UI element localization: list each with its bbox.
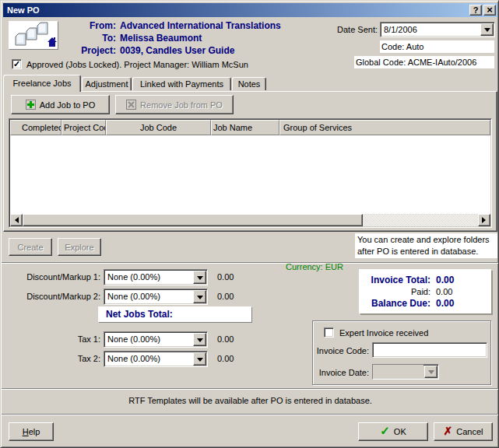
cancel-button-label: Cancel bbox=[456, 427, 483, 436]
help-titlebar-button[interactable]: ? bbox=[469, 5, 482, 16]
to-value: Melissa Beaumont bbox=[120, 32, 202, 44]
project-row: Project: 0039, Candles User Guide bbox=[63, 44, 281, 57]
tax-2-value: None (0.00%) bbox=[104, 352, 192, 366]
column-header-completed[interactable]: Completed bbox=[10, 120, 61, 135]
help-button[interactable]: Help bbox=[9, 422, 54, 441]
add-job-button-label: Add Job to PO bbox=[40, 100, 96, 110]
plus-icon bbox=[26, 100, 36, 110]
scroll-right-button[interactable] bbox=[478, 214, 490, 226]
separator-line-rtf-bottom bbox=[2, 414, 498, 415]
jobs-table-body[interactable] bbox=[10, 135, 490, 214]
tab-adjustment[interactable]: Adjustment bbox=[82, 77, 132, 90]
column-header-job-name[interactable]: Job Name bbox=[211, 120, 279, 135]
add-job-button[interactable]: Add Job to PO bbox=[11, 95, 110, 114]
paid-label: Paid: bbox=[359, 286, 430, 298]
discount-markup-2-dropdown-button[interactable] bbox=[193, 290, 206, 303]
tax-2-label: Tax 2: bbox=[1, 354, 100, 363]
balance-due-label: Balance Due: bbox=[359, 298, 430, 310]
remove-x-icon bbox=[126, 100, 136, 110]
jobs-table: Completed Project Code Job Code Job Name… bbox=[9, 118, 492, 228]
chevron-down-icon bbox=[484, 28, 490, 35]
tax-1-dropdown-button[interactable] bbox=[193, 333, 206, 346]
date-sent-value: 8/1/2006 bbox=[381, 23, 480, 37]
expert-invoice-group: Expert Invoice received Invoice Code: In… bbox=[312, 320, 491, 385]
tab-linked-with-payments-label: Linked with Payments bbox=[140, 79, 223, 89]
folders-note: You can create and explore folders after… bbox=[355, 233, 497, 258]
discount-markup-1-amount: 0.00 bbox=[217, 272, 234, 282]
from-value: Advanced International Translations bbox=[120, 19, 281, 32]
balance-due-value: 0.00 bbox=[436, 298, 454, 310]
chevron-down-icon bbox=[428, 370, 434, 377]
date-sent-label: Date Sent: bbox=[315, 25, 378, 34]
discount-markup-2-combobox[interactable]: None (0.00%) bbox=[104, 289, 208, 305]
po-documents-icon bbox=[9, 21, 58, 50]
project-label: Project: bbox=[63, 44, 116, 57]
invoice-date-combobox[interactable] bbox=[372, 364, 439, 380]
invoice-date-label: Invoice Date: bbox=[315, 368, 369, 377]
from-row: From: Advanced International Translation… bbox=[63, 19, 281, 32]
chevron-down-icon bbox=[197, 276, 203, 283]
checkmark-icon: ✓ bbox=[13, 60, 20, 68]
tax-1-label: Tax 1: bbox=[1, 334, 100, 344]
scrollbar-thumb[interactable] bbox=[23, 214, 363, 226]
cancel-button[interactable]: ✗ Cancel bbox=[434, 422, 493, 441]
balance-due-row: Balance Due: 0.00 bbox=[359, 298, 491, 310]
chevron-down-icon bbox=[197, 296, 203, 303]
invoice-date-dropdown-button[interactable] bbox=[424, 366, 438, 378]
explore-folder-button-label: Explore bbox=[65, 243, 93, 252]
column-header-project-code[interactable]: Project Code bbox=[61, 120, 106, 135]
global-code-box: Global Code: ACME-IAuto/2006 bbox=[354, 56, 494, 68]
expert-invoice-checkbox-label: Expert Invoice received bbox=[339, 328, 428, 338]
help-button-label: Help bbox=[23, 427, 40, 436]
ok-button[interactable]: ✓ OK bbox=[358, 422, 428, 441]
expert-invoice-checkbox-row: Expert Invoice received bbox=[324, 327, 428, 338]
scroll-right-icon bbox=[482, 217, 489, 223]
tax-2-dropdown-button[interactable] bbox=[193, 352, 206, 366]
chevron-down-icon bbox=[197, 358, 203, 365]
new-po-dialog: New PO ? × From: Advanced Inter bbox=[0, 0, 499, 448]
column-header-group-of-services[interactable]: Group of Services bbox=[279, 120, 490, 135]
x-icon: ✗ bbox=[444, 425, 453, 437]
approved-row: ✓ Approved (Jobs Locked). Project Manage… bbox=[12, 59, 248, 69]
invoice-code-input[interactable] bbox=[372, 342, 487, 358]
close-button[interactable]: × bbox=[483, 5, 496, 16]
scroll-left-button[interactable] bbox=[10, 214, 23, 226]
invoice-total-label: Invoice Total: bbox=[359, 275, 430, 286]
approved-label: Approved (Jobs Locked). Project Manager:… bbox=[26, 60, 248, 69]
date-sent-dropdown-button[interactable] bbox=[480, 23, 494, 36]
tab-notes[interactable]: Notes bbox=[232, 77, 266, 90]
discount-markup-2-amount: 0.00 bbox=[217, 292, 234, 301]
expert-invoice-checkbox[interactable] bbox=[324, 327, 334, 338]
discount-markup-2-value: None (0.00%) bbox=[104, 289, 192, 304]
discount-markup-1-dropdown-button[interactable] bbox=[193, 271, 206, 284]
tab-linked-with-payments[interactable]: Linked with Payments bbox=[132, 77, 231, 90]
tax-2-amount: 0.00 bbox=[217, 354, 234, 363]
remove-job-button[interactable]: Remove Job from PO bbox=[115, 95, 234, 114]
invoice-date-value bbox=[373, 365, 423, 379]
date-sent-combobox[interactable]: 8/1/2006 bbox=[380, 22, 495, 37]
to-label: To: bbox=[63, 32, 116, 44]
tax-1-amount: 0.00 bbox=[217, 334, 234, 344]
scrollbar-track[interactable] bbox=[23, 214, 478, 226]
scroll-left-icon bbox=[12, 217, 19, 223]
jobs-table-hscrollbar[interactable] bbox=[10, 214, 490, 226]
approved-checkbox[interactable]: ✓ bbox=[12, 59, 22, 69]
question-icon: ? bbox=[473, 6, 479, 15]
net-jobs-total-box: Net Jobs Total: bbox=[98, 306, 251, 322]
tax-1-combobox[interactable]: None (0.00%) bbox=[104, 331, 208, 348]
close-icon: × bbox=[487, 5, 493, 15]
rtf-templates-note: RTF Templates will be available after PO… bbox=[1, 396, 499, 405]
po-header-block: From: Advanced International Translation… bbox=[63, 19, 281, 57]
create-folder-button-label: Create bbox=[17, 243, 43, 252]
ok-button-label: OK bbox=[394, 427, 406, 436]
tax-2-combobox[interactable]: None (0.00%) bbox=[104, 351, 208, 367]
discount-markup-1-combobox[interactable]: None (0.00%) bbox=[104, 269, 208, 285]
project-value: 0039, Candles User Guide bbox=[120, 44, 234, 57]
discount-markup-1-value: None (0.00%) bbox=[104, 270, 192, 285]
title-bar[interactable]: New PO ? × bbox=[3, 3, 497, 17]
tab-freelance-jobs[interactable]: Freelance Jobs bbox=[3, 75, 81, 92]
explore-folder-button[interactable]: Explore bbox=[58, 238, 101, 256]
create-folder-button[interactable]: Create bbox=[9, 238, 52, 256]
column-header-job-code[interactable]: Job Code bbox=[106, 120, 211, 135]
chevron-down-icon bbox=[197, 338, 203, 345]
